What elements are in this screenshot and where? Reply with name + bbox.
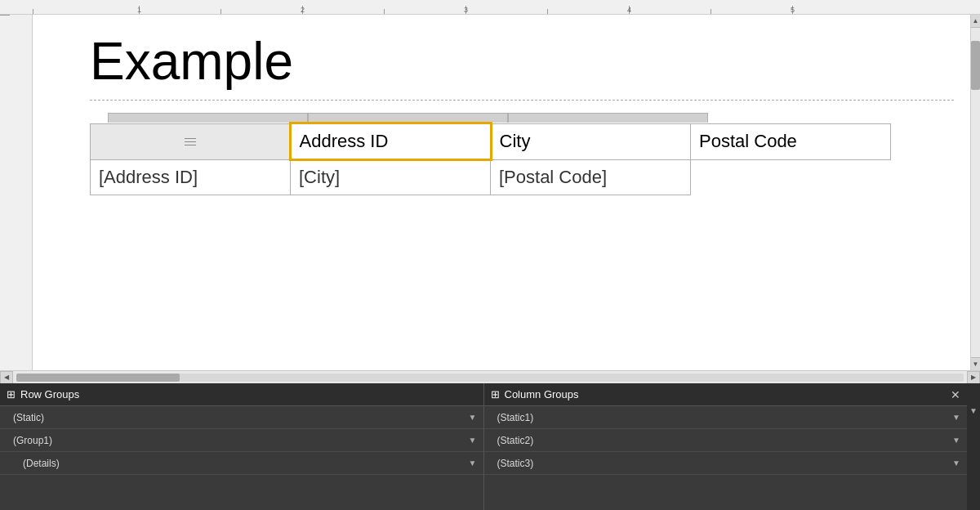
col-groups-title: Column Groups bbox=[505, 388, 579, 400]
h-scroll-thumb[interactable] bbox=[16, 374, 180, 382]
header-row: Address ID City Postal Code bbox=[91, 123, 891, 159]
header-cell-postal-code[interactable]: Postal Code bbox=[691, 123, 891, 159]
horizontal-ruler: 12345 bbox=[0, 0, 980, 15]
row-group-group1[interactable]: (Group1) ▼ bbox=[0, 429, 483, 452]
row-group-static[interactable]: (Static) ▼ bbox=[0, 406, 483, 429]
row-group-group1-label: (Group1) bbox=[13, 435, 469, 446]
right-scroll-col: ▼ bbox=[967, 383, 980, 510]
col-panel-scroll-down[interactable]: ▼ bbox=[969, 406, 978, 415]
h-scroll-left[interactable]: ◀ bbox=[0, 371, 13, 384]
data-cell-city[interactable]: [City] bbox=[291, 159, 491, 195]
row-groups-header: ⊞ Row Groups bbox=[0, 383, 483, 406]
data-cell-postal-code[interactable]: [Postal Code] bbox=[491, 159, 691, 195]
row-groups-icon: ⊞ bbox=[7, 388, 16, 400]
row-group-static-label: (Static) bbox=[13, 412, 469, 423]
col-group-static2-arrow: ▼ bbox=[952, 436, 960, 445]
col-group-static2-label: (Static2) bbox=[497, 435, 953, 446]
row-group-details-arrow: ▼ bbox=[469, 459, 477, 468]
col-groups-list: (Static1) ▼ (Static2) ▼ (Static3) ▼ bbox=[484, 406, 968, 510]
row-group-group1-arrow: ▼ bbox=[469, 436, 477, 445]
row-groups-panel: ⊞ Row Groups (Static) ▼ (Group1) ▼ (Deta… bbox=[0, 383, 483, 510]
canvas-area[interactable]: Example bbox=[33, 15, 970, 370]
col-group-static3-label: (Static3) bbox=[497, 458, 953, 469]
col-group-static1[interactable]: (Static1) ▼ bbox=[484, 406, 968, 429]
horizontal-scrollbar[interactable]: ◀ ▶ bbox=[0, 370, 980, 383]
panel-close-button[interactable]: ✕ bbox=[951, 388, 960, 401]
table-wrapper: Address ID City Postal Code [Address ID]… bbox=[90, 113, 954, 195]
vertical-ruler bbox=[0, 15, 33, 370]
col-group-static3[interactable]: (Static3) ▼ bbox=[484, 452, 968, 475]
main-area: Example bbox=[0, 15, 980, 370]
col-handle-2[interactable] bbox=[308, 113, 508, 123]
page-content: Example bbox=[49, 31, 954, 370]
col-groups-icon: ⊞ bbox=[491, 388, 500, 400]
row-groups-list: (Static) ▼ (Group1) ▼ (Details) ▼ bbox=[0, 406, 483, 510]
row-groups-title: Row Groups bbox=[20, 388, 79, 400]
col-handle-1[interactable] bbox=[108, 113, 308, 123]
report-title: Example bbox=[90, 31, 954, 92]
row-group-static-arrow: ▼ bbox=[469, 413, 477, 422]
col-groups-panel: ⊞ Column Groups ✕ (Static1) ▼ (Static2) … bbox=[484, 383, 968, 510]
column-handles bbox=[108, 113, 954, 123]
col-groups-header: ⊞ Column Groups ✕ bbox=[484, 383, 968, 406]
row-handle bbox=[91, 123, 291, 159]
report-table: Address ID City Postal Code [Address ID]… bbox=[90, 123, 891, 195]
header-cell-city[interactable]: City bbox=[491, 123, 691, 159]
row-group-details[interactable]: (Details) ▼ bbox=[0, 452, 483, 475]
col-group-static2[interactable]: (Static2) ▼ bbox=[484, 429, 968, 452]
section-separator bbox=[90, 100, 954, 101]
col-group-static1-label: (Static1) bbox=[497, 412, 953, 423]
bottom-panels: ⊞ Row Groups (Static) ▼ (Group1) ▼ (Deta… bbox=[0, 383, 980, 510]
v-scroll-up[interactable]: ▲ bbox=[971, 15, 980, 28]
data-row: [Address ID] [City] [Postal Code] bbox=[91, 159, 891, 195]
v-scroll-thumb[interactable] bbox=[971, 41, 980, 90]
col-group-static3-arrow: ▼ bbox=[952, 459, 960, 468]
v-scroll-down[interactable]: ▼ bbox=[971, 357, 980, 370]
col-group-static1-arrow: ▼ bbox=[952, 413, 960, 422]
vertical-scrollbar[interactable]: ▲ ▼ bbox=[970, 15, 980, 370]
data-cell-address-id[interactable]: [Address ID] bbox=[91, 159, 291, 195]
h-scroll-track bbox=[16, 374, 964, 382]
h-scroll-right[interactable]: ▶ bbox=[967, 371, 980, 384]
row-group-details-label: (Details) bbox=[23, 458, 469, 469]
header-cell-address-id[interactable]: Address ID bbox=[291, 123, 491, 159]
col-handle-3[interactable] bbox=[508, 113, 708, 123]
